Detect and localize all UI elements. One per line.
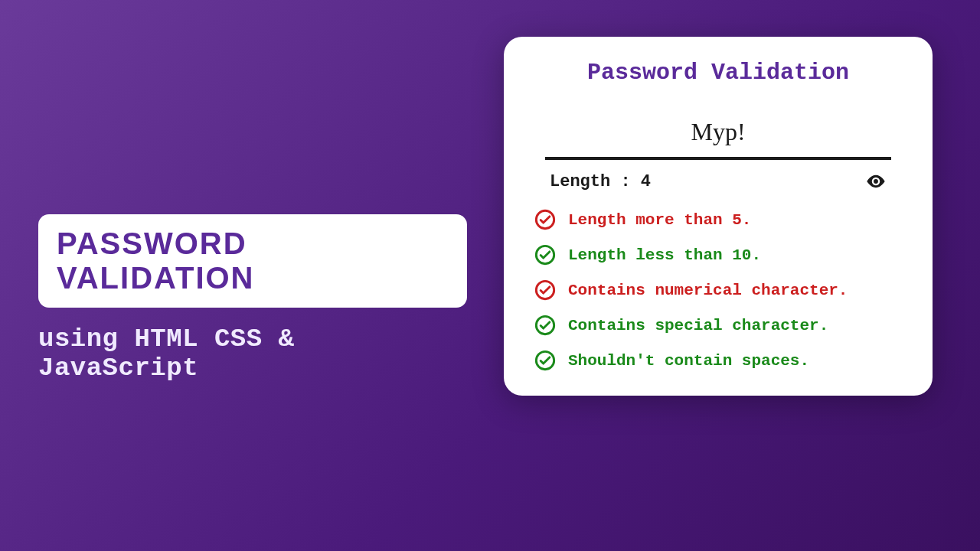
hero-title: PASSWORD VALIDATION (57, 227, 255, 295)
rule-item: Contains special character. (534, 315, 906, 336)
check-circle-icon (534, 315, 556, 336)
rule-text: Length less than 10. (568, 246, 761, 264)
length-label: Length : 4 (550, 172, 651, 191)
card-title: Password Validation (530, 60, 906, 86)
check-circle-icon (534, 209, 556, 230)
rule-item: Shouldn't contain spaces. (534, 350, 906, 371)
rule-text: Shouldn't contain spaces. (568, 352, 809, 370)
rule-text: Length more than 5. (568, 211, 751, 229)
password-input-row (530, 118, 906, 151)
eye-icon (865, 171, 887, 192)
title-box: PASSWORD VALIDATION (38, 214, 467, 308)
rule-item: Contains numerical character. (534, 279, 906, 301)
hero-subtitle: using HTML CSS & JavaScript (38, 324, 467, 383)
rule-item: Length less than 10. (534, 244, 906, 266)
rule-text: Contains special character. (568, 317, 828, 334)
validation-card: Password Validation Length : 4 Length mo… (504, 37, 933, 396)
rule-item: Length more than 5. (534, 209, 906, 230)
input-underline (545, 157, 891, 160)
rule-text: Contains numerical character. (568, 282, 848, 299)
check-circle-icon (534, 350, 556, 371)
password-input[interactable] (530, 118, 906, 151)
check-circle-icon (534, 244, 556, 266)
check-circle-icon (534, 279, 556, 301)
hero-section: PASSWORD VALIDATION using HTML CSS & Jav… (38, 214, 467, 383)
rules-list: Length more than 5. Length less than 10.… (530, 209, 906, 374)
length-row: Length : 4 (530, 171, 906, 209)
toggle-visibility-button[interactable] (865, 171, 887, 192)
